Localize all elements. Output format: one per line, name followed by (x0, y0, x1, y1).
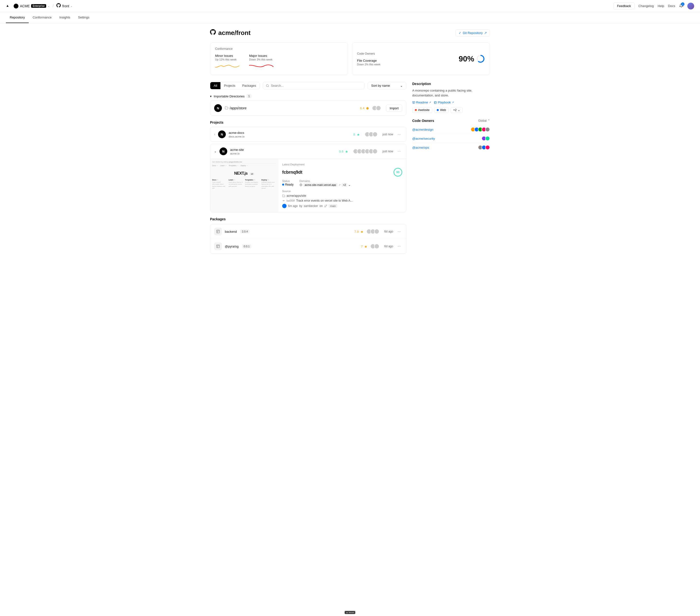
owner-name[interactable]: @acme/security (412, 137, 435, 140)
owner-name[interactable]: @acme/ops (412, 146, 429, 150)
list-item: › N acme-docs docs.acme.io 8 (210, 127, 406, 142)
secondary-navigation: Repository Conformance Insights Settings (0, 12, 700, 23)
package-name: backend (225, 230, 237, 233)
github-icon (57, 3, 61, 9)
git-repo-label: Git Repository (463, 31, 483, 35)
tag-website[interactable]: #website (412, 107, 432, 113)
code-owners-list: @acme/design @acme/security (412, 125, 490, 152)
svg-point-2 (266, 85, 268, 87)
avatar (376, 105, 381, 111)
vercel-logo-icon[interactable]: ▲ (6, 4, 11, 9)
more-options-button[interactable]: ··· (396, 148, 402, 154)
filter-tab-packages[interactable]: Packages (239, 82, 259, 89)
svg-rect-15 (216, 230, 220, 233)
owner-item: @acme/design (412, 125, 490, 134)
major-issues-sub: Down 3% this week (249, 58, 273, 61)
tab-repository[interactable]: Repository (6, 12, 29, 23)
description-section: Description A monorepo containing a publ… (412, 82, 490, 113)
external-icon: ↗ (452, 101, 454, 104)
more-options-button[interactable]: ··· (396, 243, 402, 249)
enterprise-badge: Enterprise (31, 4, 46, 8)
global-filter[interactable]: Global ⌃ (478, 119, 490, 123)
nav-separator: / (52, 4, 53, 8)
source-user: 6m ago by sambecker on main (282, 204, 402, 208)
sort-label: Sort by name (371, 84, 390, 88)
import-button[interactable]: Import (386, 105, 402, 112)
importable-directories-header[interactable]: ▾ Importable Directories 1 (210, 94, 407, 98)
package-info: @pyra/og 0.0.1 (225, 244, 358, 248)
repo-title-icon (210, 29, 216, 37)
project-name[interactable]: acme-docs (229, 131, 350, 134)
readme-icon (412, 101, 415, 104)
latest-deployment-label: Latest Deployment (282, 163, 402, 166)
description-text: A monorepo containing a public facing si… (412, 88, 490, 98)
filter-tab-projects[interactable]: Projects (221, 82, 239, 89)
owner-avatars (471, 127, 490, 132)
item-time: 6d ago (384, 230, 393, 233)
repo-title: acme/front (210, 29, 251, 37)
packages-section: Packages backend 2.0.4 7.8 (210, 217, 407, 254)
folder-icon (282, 194, 285, 197)
playbook-icon (434, 101, 437, 104)
collapse-icon[interactable]: ⌄ (214, 150, 216, 153)
check-icon: ✓ (459, 31, 461, 35)
avatar (374, 244, 379, 249)
search-box[interactable] (263, 82, 365, 89)
major-issues-sparkline (249, 62, 273, 70)
project-name[interactable]: acme-site (230, 148, 336, 152)
repo-header: acme/front ✓ Git Repository ↗ (210, 29, 490, 37)
changelog-link[interactable]: Changelog (638, 4, 654, 8)
sort-dropdown[interactable]: Sort by name ⌄ (367, 82, 407, 89)
svg-rect-19 (434, 101, 437, 103)
deployment-preview: Get started by editing /pages/index.tsx … (210, 159, 278, 212)
code-owners-card: Code Owners File Coverage Down 2% this w… (352, 42, 490, 75)
tab-conformance[interactable]: Conformance (29, 12, 55, 23)
notifications-button[interactable]: 4 (679, 3, 684, 9)
svg-rect-17 (216, 245, 220, 248)
tab-settings[interactable]: Settings (74, 12, 93, 23)
preview-logo: NEXT.js 13 (212, 171, 276, 176)
item-path: /apps/store (225, 106, 357, 110)
tab-insights[interactable]: Insights (55, 12, 74, 23)
svg-marker-18 (365, 245, 367, 248)
search-input[interactable] (271, 84, 361, 88)
file-coverage-sub: Down 2% this week (357, 63, 380, 66)
svg-point-13 (326, 205, 327, 206)
help-link[interactable]: Help (658, 4, 664, 8)
item-info: acme-site acme.io (230, 148, 336, 155)
collapse-icon: ▾ (210, 94, 212, 98)
expand-icon[interactable]: › (214, 133, 215, 136)
org-name: ACME (20, 4, 30, 8)
playbook-link[interactable]: Playbook ↗ (434, 101, 453, 104)
preview-col: Learn → Learn about Next.js in an intera… (229, 179, 244, 190)
file-coverage-info: Code Owners File Coverage Down 2% this w… (357, 52, 380, 66)
project-detail: Get started by editing /pages/index.tsx … (210, 159, 406, 212)
owner-name[interactable]: @acme/design (412, 128, 433, 131)
more-options-button[interactable]: ··· (396, 131, 402, 138)
org-icon (14, 4, 18, 9)
chevron-icon: ⌄ (458, 108, 460, 112)
plus-domains-button[interactable]: +2 (341, 183, 348, 187)
user-avatar[interactable] (687, 3, 694, 10)
more-options-button[interactable]: ··· (396, 228, 402, 235)
repo-section[interactable]: front ⌄ (57, 3, 72, 9)
domain-chip[interactable]: acme-site-main.vercel.app (303, 183, 338, 187)
project-url: docs.acme.io (229, 135, 350, 138)
item-score: 7 (361, 245, 367, 248)
tag-web[interactable]: Web (434, 107, 448, 113)
filter-tab-all[interactable]: All (210, 82, 221, 89)
external-icon: ↗ (339, 184, 340, 186)
acme-site-row: ⌄ N acme-site acme.io 9.6 (210, 144, 406, 159)
feedback-button[interactable]: Feedback (613, 2, 635, 10)
readme-link[interactable]: Readme ↗ (412, 101, 431, 104)
left-column: All Projects Packages Sort by name ⌄ ▾ I… (210, 82, 407, 259)
commit-icon (282, 199, 285, 202)
avatar (372, 132, 378, 137)
plus-tags-button[interactable]: +2 ⌄ (451, 107, 463, 113)
svg-point-14 (324, 206, 325, 207)
docs-link[interactable]: Docs (668, 4, 675, 8)
deploy-domains: Domains acme-site-main.vercel.app ↗ +2 ⌄ (299, 180, 351, 187)
svg-point-9 (284, 201, 284, 201)
org-section[interactable]: ACME Enterprise ⌄ (14, 4, 50, 9)
git-repo-link[interactable]: ✓ Git Repository ↗ (455, 29, 490, 36)
